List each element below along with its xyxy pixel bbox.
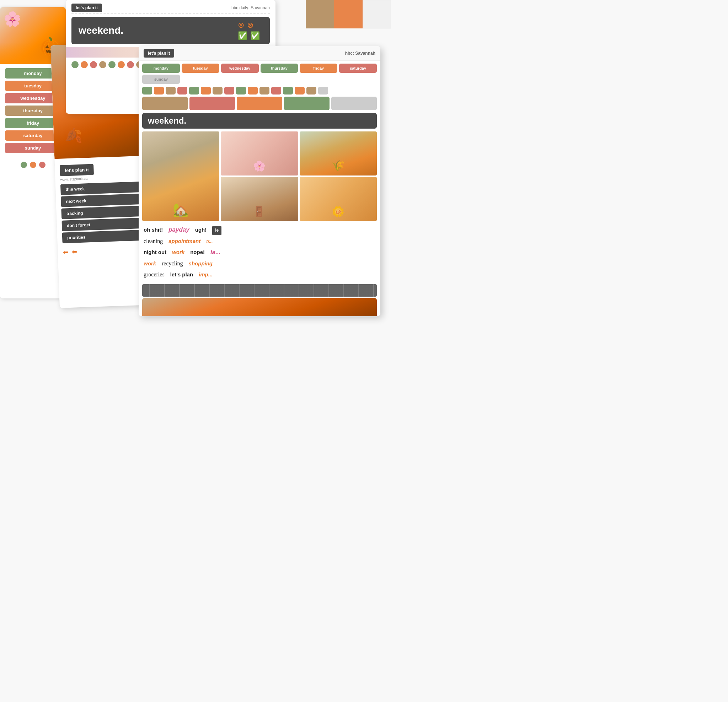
sheet-main: let's plan it hbc: Savannah monday tuesd… — [139, 46, 380, 316]
check-icons: ⊗ ⊗ ✅ ✅ — [238, 21, 260, 40]
weekend-text-top: weekend. — [79, 25, 123, 36]
main-top-bar: let's plan it hbc: Savannah — [139, 46, 380, 61]
csq-2 — [154, 87, 164, 95]
csq-3 — [166, 87, 176, 95]
sticker-oh-shit[interactable]: oh shit! — [144, 225, 163, 235]
cdot-7 — [127, 61, 134, 68]
csq-12 — [271, 87, 281, 95]
csq-1 — [142, 87, 152, 95]
washi-tape — [142, 284, 377, 297]
x-icon-1: ⊗ — [238, 21, 244, 30]
cb2-1 — [142, 97, 188, 110]
day-saturday[interactable]: saturday — [5, 130, 61, 141]
collage-door-scene — [221, 177, 298, 221]
pumpkin-field — [142, 298, 377, 316]
csq-16 — [318, 87, 328, 95]
sticker-payday[interactable]: payday — [169, 225, 189, 235]
cdot-5 — [108, 61, 116, 68]
color-boxes-row2 — [139, 96, 380, 111]
sticker-recycling[interactable]: recycling — [162, 259, 183, 269]
check-row-2: ✅ ✅ — [238, 31, 260, 40]
cdot-3 — [90, 61, 97, 68]
top-plan-badge[interactable]: let's plan it — [71, 4, 102, 12]
cb2-4 — [284, 97, 329, 110]
csq-10 — [248, 87, 258, 95]
weekend-banner-top: weekend. ⊗ ⊗ ✅ ✅ — [71, 17, 270, 44]
check-icon-2: ✅ — [250, 31, 260, 40]
sticker-le-badge: le — [212, 226, 221, 235]
swatch-tan — [306, 0, 334, 29]
csq-7 — [212, 87, 222, 95]
sticker-imp[interactable]: imp... — [199, 270, 212, 279]
top-hbc-label: hbc daily: Savannah — [231, 5, 270, 10]
left-arrow-icon-2[interactable]: ⬅ — [71, 248, 77, 256]
day-btn-tuesday[interactable]: tuesday — [182, 63, 219, 73]
dashed-divider — [71, 13, 270, 14]
sticker-words-row-1: oh shit! payday ugh! le — [144, 225, 376, 235]
sticker-work-2[interactable]: work — [144, 259, 156, 268]
csq-4 — [178, 87, 187, 95]
sticker-shopping[interactable]: shopping — [189, 259, 213, 268]
cb2-3 — [237, 97, 282, 110]
day-btn-saturday[interactable]: saturday — [339, 63, 377, 73]
check-row-1: ⊗ ⊗ — [238, 21, 260, 30]
csq-6 — [201, 87, 211, 95]
day-btn-wednesday[interactable]: wednesday — [221, 63, 259, 73]
dot-pink — [39, 161, 45, 168]
main-plan-badge[interactable]: let's plan it — [144, 49, 174, 58]
csq-5 — [189, 87, 199, 95]
collage-pink-flowers — [221, 131, 298, 176]
sticker-la: la... — [211, 247, 220, 258]
color-swatches — [306, 0, 391, 29]
sticker-work-1[interactable]: work — [172, 247, 185, 257]
csq-15 — [306, 87, 316, 95]
left-arrow-icon[interactable]: ⬅ — [62, 248, 68, 256]
check-icon-1: ✅ — [238, 31, 247, 40]
sticker-words-row-3: night out work nope! la... — [144, 247, 376, 258]
day-btn-thursday[interactable]: thursday — [261, 63, 298, 73]
sticker-words: oh shit! payday ugh! le cleaning appoint… — [139, 222, 380, 283]
dot-orange — [30, 161, 36, 168]
dot-green — [21, 161, 27, 168]
cb2-2 — [189, 97, 235, 110]
cdot-6 — [118, 61, 125, 68]
image-collage — [139, 130, 380, 222]
mid-plan-badge[interactable]: let's plan it — [60, 164, 94, 176]
sticker-appointment[interactable]: appointment — [169, 236, 201, 246]
cb2-5 — [331, 97, 377, 110]
day-friday[interactable]: friday — [5, 118, 61, 128]
day-btn-friday[interactable]: friday — [300, 63, 337, 73]
cdot-4 — [99, 61, 106, 68]
collage-autumn-house — [142, 131, 219, 221]
swatch-white — [363, 0, 391, 29]
day-btn-monday[interactable]: monday — [142, 63, 180, 73]
sticker-lets-plan[interactable]: let's plan — [170, 270, 193, 279]
collage-autumn-field — [300, 131, 377, 176]
day-labels-grid: monday tuesday wednesday thursday friday… — [139, 61, 380, 85]
top-header: let's plan it hbc daily: Savannah — [66, 0, 276, 13]
csq-8 — [224, 87, 234, 95]
sticker-nope[interactable]: nope! — [190, 247, 205, 257]
csq-13 — [283, 87, 293, 95]
color-squares-row — [139, 85, 380, 96]
sticker-tr: tr... — [206, 238, 212, 246]
cdot-2 — [81, 61, 88, 68]
swatch-orange — [334, 0, 363, 29]
sticker-ugh[interactable]: ugh! — [195, 225, 207, 235]
sticker-cleaning[interactable]: cleaning — [144, 236, 163, 246]
csq-14 — [295, 87, 305, 95]
collage-dahlia-flowers — [300, 177, 377, 221]
sticker-groceries[interactable]: groceries — [144, 270, 165, 280]
sticker-words-row-5: groceries let's plan imp... — [144, 270, 376, 280]
x-icon-2: ⊗ — [247, 21, 253, 30]
sticker-words-row-4: work recycling shopping — [144, 259, 376, 269]
day-btn-sunday[interactable]: sunday — [142, 75, 180, 84]
csq-9 — [236, 87, 246, 95]
day-sunday[interactable]: sunday — [5, 143, 61, 153]
sticker-night-out[interactable]: night out — [144, 247, 166, 257]
csq-11 — [260, 87, 269, 95]
main-hbc-label: hbc: Savannah — [345, 51, 376, 56]
cdot-1 — [71, 61, 79, 68]
main-weekend-text: weekend. — [148, 116, 186, 125]
sticker-words-row-2: cleaning appointment tr... — [144, 236, 376, 246]
